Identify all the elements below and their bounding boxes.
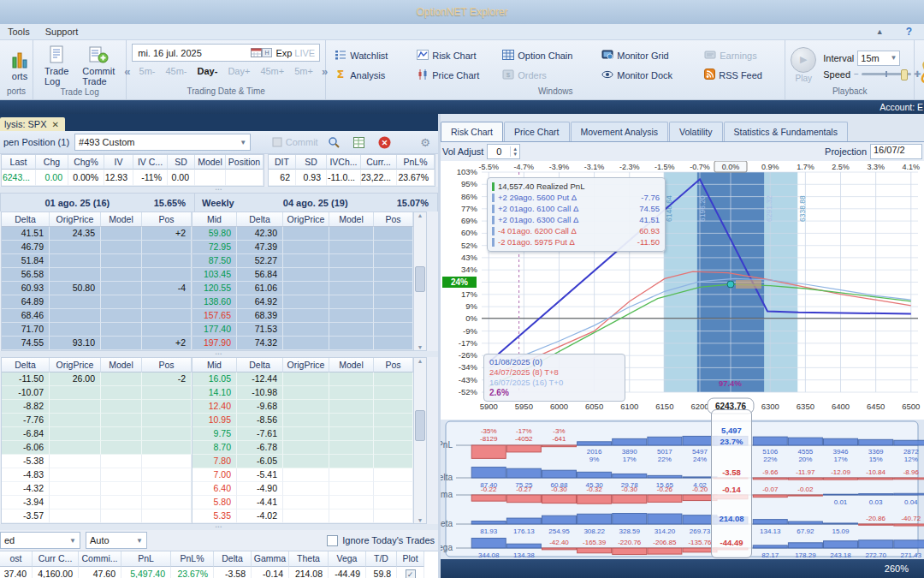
pos-cell[interactable] [142,386,192,400]
model-cell[interactable] [101,414,142,427]
column-header[interactable]: Curr C... [33,551,79,567]
pos-cell[interactable] [142,254,192,268]
origprice-cell[interactable] [50,468,101,482]
trading-date-field[interactable]: mi. 16 jul. 2025 H Exp LIVE [132,44,320,62]
column-header[interactable]: Gamma [252,551,289,567]
pos-cell[interactable] [142,468,192,482]
column-header[interactable]: PnL% [397,155,435,170]
origprice-cell[interactable] [50,309,101,323]
windows-button-monitor-dock[interactable]: Monitor Dock [598,69,701,81]
model-cell[interactable] [329,386,374,400]
model-cell[interactable] [329,337,374,350]
menu-support[interactable]: Support [38,27,86,37]
splitter-grip[interactable]: ••• [0,351,438,357]
mid-cell[interactable]: 197.90 [192,337,237,350]
column-header[interactable]: SD [168,155,195,170]
delta-cell[interactable]: 71.70 [2,323,50,337]
model-cell[interactable] [101,400,142,414]
origprice-cell[interactable] [283,323,329,337]
column-header[interactable]: Chg% [68,155,104,170]
mid-cell[interactable]: 9.75 [192,427,237,441]
origprice-cell[interactable] [50,323,101,337]
origprice-cell[interactable] [283,241,329,254]
delta-cell[interactable]: 52.27 [237,254,283,268]
origprice-cell[interactable] [283,441,329,455]
model-cell[interactable] [101,227,142,241]
pos-cell[interactable] [142,509,192,523]
origprice-cell[interactable] [50,241,101,254]
model-cell[interactable] [101,496,142,509]
model-cell[interactable] [101,337,142,350]
vol-adjust-stepper[interactable]: 0 ▲▼ [487,144,520,159]
spin-down-icon[interactable]: ▼ [512,152,518,157]
model-cell[interactable] [101,441,142,455]
origprice-cell[interactable] [50,496,101,509]
origprice-cell[interactable] [283,295,329,309]
origprice-cell[interactable] [283,227,329,241]
pos-cell[interactable] [374,282,413,295]
column-header[interactable]: Position [226,155,264,170]
origprice-cell[interactable] [283,400,329,414]
pos-cell[interactable]: -2 [142,372,192,386]
pos-cell[interactable] [142,441,192,455]
pos-cell[interactable]: +2 [142,227,192,241]
model-cell[interactable] [101,427,142,441]
column-header[interactable]: ost [0,551,33,567]
delta-cell[interactable]: -10.98 [237,386,283,400]
windows-button-analysis[interactable]: ΣAnalysis [331,69,413,81]
scroll-up-icon[interactable]: ▲ [418,358,424,364]
gear-icon[interactable]: ⚙ [416,136,435,149]
column-header[interactable]: Pos [142,358,192,372]
pos-cell[interactable] [374,509,413,523]
pos-cell[interactable] [374,254,413,268]
model-cell[interactable] [101,323,142,337]
delta-cell[interactable]: 47.39 [237,241,283,254]
fast-back-icon[interactable]: « [122,65,132,78]
model-cell[interactable] [101,254,142,268]
column-header[interactable]: Model [329,212,374,227]
model-cell[interactable] [101,455,142,468]
origprice-cell[interactable] [50,427,101,441]
model-cell[interactable] [101,295,142,309]
pos-cell[interactable] [374,427,413,441]
scroll-up-icon[interactable]: ▲ [418,212,424,218]
delta-cell[interactable]: -12.44 [237,372,283,386]
delta-cell[interactable]: -5.38 [2,455,50,468]
pos-cell[interactable] [374,241,413,254]
column-header[interactable]: Model [329,358,374,372]
puts-scrollbar[interactable]: ▲▼ [414,357,427,524]
model-cell[interactable] [101,309,142,323]
column-header[interactable]: OrigPrice [283,358,329,372]
column-header[interactable]: OrigPrice [50,212,101,227]
delta-cell[interactable]: 64.89 [2,295,50,309]
tab-movement-analysis[interactable]: Movement Analysis [571,122,668,141]
delta-cell[interactable]: -5.41 [237,468,283,482]
speed-slider-thumb[interactable] [901,69,908,80]
origprice-cell[interactable] [283,509,329,523]
origprice-cell[interactable] [50,386,101,400]
model-cell[interactable] [329,427,374,441]
origprice-cell[interactable] [50,295,101,309]
delta-cell[interactable]: 64.92 [237,295,283,309]
column-header[interactable]: Vega [329,551,366,567]
model-cell[interactable] [101,372,142,386]
pos-cell[interactable] [374,455,413,468]
delta-cell[interactable]: 74.32 [237,337,283,350]
origprice-cell[interactable] [50,441,101,455]
mid-cell[interactable]: 6.40 [192,482,237,496]
scroll-down-icon[interactable]: ▼ [418,517,424,523]
origprice-cell[interactable] [283,496,329,509]
model-cell[interactable] [329,468,374,482]
mid-cell[interactable]: 8.70 [192,441,237,455]
model-cell[interactable] [329,441,374,455]
pos-cell[interactable] [374,372,413,386]
column-header[interactable]: DIT [269,155,296,170]
tab-statistics-fundamentals[interactable]: Statistics & Fundamentals [724,122,848,141]
column-header[interactable]: PnL [121,551,171,567]
column-header[interactable]: SD [296,155,327,170]
pos-cell[interactable] [374,295,413,309]
column-header[interactable]: OrigPrice [283,212,329,227]
origprice-cell[interactable] [283,482,329,496]
collapse-ribbon-icon[interactable]: ▲ [866,27,894,36]
column-header[interactable]: Last [2,155,36,170]
